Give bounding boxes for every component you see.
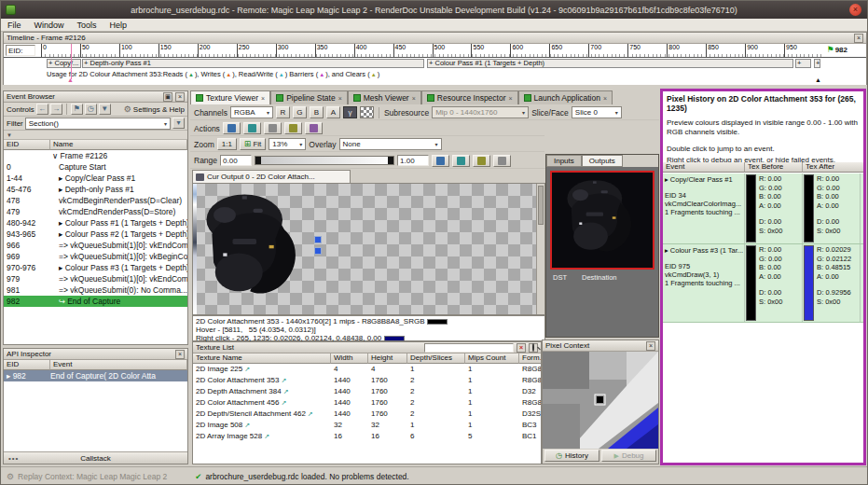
tab-texture-viewer[interactable]: Texture Viewer × <box>190 90 270 104</box>
menu-tools[interactable]: Tools <box>71 19 103 31</box>
range-flip-button[interactable] <box>473 155 490 167</box>
gamma-toggle-button[interactable]: γ <box>343 106 357 118</box>
pass-bar-colour3[interactable]: + <box>814 59 820 68</box>
range-slider[interactable] <box>255 156 394 165</box>
event-row[interactable]: 0Capture Start <box>4 161 187 173</box>
goto-icon[interactable]: ↗ <box>244 366 250 372</box>
clear-filter-button[interactable]: × <box>517 343 526 353</box>
range-reset-button[interactable] <box>493 155 511 167</box>
current-output-tab[interactable]: Cur Output 0 - 2D Color Attach... <box>192 170 351 183</box>
table-row[interactable]: 2D Image 225↗ 4 4 1 1 R8G8 <box>193 364 541 375</box>
timeline-close-button[interactable]: × <box>854 34 863 43</box>
debug-button[interactable]: ▶ Debug <box>601 450 656 462</box>
table-row[interactable]: 2D Array Image 528↗ 16 16 6 5 BC1 <box>193 431 541 442</box>
table-row[interactable]: 2D Depth/Stencil Attachment 462↗ 1440 17… <box>193 409 541 420</box>
menu-help[interactable]: Help <box>103 19 134 31</box>
channels-select[interactable]: RGBA ▾ <box>230 106 273 118</box>
event-row[interactable]: 979=> vkQueueSubmit(1)[0]: vkEndComm... <box>4 273 187 284</box>
tab-launch-application[interactable]: Launch Application × <box>518 90 613 104</box>
event-row-current[interactable]: 982 ↪End of Capture <box>4 296 187 307</box>
tab-close-icon[interactable]: × <box>261 95 265 102</box>
event-row[interactable]: 478vkCmdBeginRenderPass(D=Clear) <box>4 195 187 206</box>
goto-icon[interactable]: ↗ <box>308 410 313 417</box>
channel-a-button[interactable]: A <box>326 106 340 118</box>
zoom-1to1-button[interactable]: 1:1 <box>217 138 237 150</box>
pixel-zoom-view[interactable] <box>543 352 658 449</box>
event-row[interactable]: 981=> vkQueueSubmit(0): No Comma... <box>4 284 187 296</box>
callstack-bar[interactable]: ••• Callstack <box>4 451 187 464</box>
menu-window[interactable]: Window <box>28 19 71 31</box>
timeline-ruler[interactable]: EID: 0 50 100 150 200 250 300 350 400 45… <box>4 44 866 58</box>
jump-back-button[interactable]: ← <box>36 104 48 115</box>
range-zoom-button[interactable] <box>432 155 449 167</box>
event-browser-close-button[interactable]: × <box>175 92 185 102</box>
range-max-field[interactable]: 1.00 <box>397 155 429 166</box>
channel-g-button[interactable]: G <box>293 106 307 118</box>
timing-button[interactable]: ◷ <box>85 104 97 115</box>
destination-thumbnail[interactable] <box>550 171 654 270</box>
table-row[interactable]: 2D Color Attachment 456↗ 1440 1760 2 1 R… <box>193 397 541 409</box>
goto-icon[interactable]: ↗ <box>281 399 286 406</box>
tab-mesh-viewer[interactable]: Mesh Viewer × <box>348 90 421 104</box>
tab-close-icon[interactable]: × <box>603 95 607 102</box>
goto-icon[interactable]: ↗ <box>264 433 269 439</box>
table-row[interactable]: 2D Depth Attachment 384↗ 1440 1760 2 1 D… <box>193 386 541 397</box>
custom-shader-button[interactable] <box>305 122 323 134</box>
overlay-select[interactable]: None ▾ <box>339 138 442 150</box>
zoom-fit-button[interactable]: ⊞ Fit <box>240 138 266 150</box>
event-row[interactable]: 479vkCmdEndRenderPass(D=Store) <box>4 206 187 217</box>
event-row[interactable]: 943-965▸ Colour Pass #2 (1 Targets + Dep… <box>4 229 187 240</box>
event-row[interactable]: 45-476▸ Depth-only Pass #1 <box>4 184 187 195</box>
table-row[interactable]: 2D Image 508↗ 32 32 1 1 BC3 <box>193 420 541 431</box>
channel-r-button[interactable]: R <box>276 106 290 118</box>
goto-icon[interactable]: ↗ <box>283 388 289 395</box>
event-row[interactable]: 966=> vkQueueSubmit(1)[0]: vkEndComm... <box>4 240 187 251</box>
tab-close-icon[interactable]: × <box>412 95 416 102</box>
history-event-row[interactable]: ▸ Colour Pass #3 (1 Tar... EID 975 vkCmd… <box>663 244 863 323</box>
pass-bar-copy[interactable]: + Copy/... <box>47 59 81 68</box>
history-button[interactable]: ◷ History <box>544 450 599 462</box>
texture-canvas[interactable] <box>193 184 536 314</box>
menu-file[interactable]: File <box>1 19 28 31</box>
pixel-context-close-button[interactable]: × <box>646 341 655 351</box>
search-button[interactable] <box>529 343 538 353</box>
pass-bar-depth-only[interactable]: + Depth-only Pass #1 <box>82 59 424 68</box>
event-row[interactable]: 1-44▸ Copy/Clear Pass #1 <box>4 173 187 184</box>
zoom-level-select[interactable]: 13% ▾ <box>269 138 306 150</box>
timeline-ticks[interactable]: 0 50 100 150 200 250 300 350 400 450 500… <box>41 44 823 57</box>
export-button[interactable]: ▼ <box>99 104 111 115</box>
alpha-background-button[interactable] <box>360 106 374 118</box>
bookmark-button[interactable]: ⚑ <box>71 104 83 115</box>
tab-close-icon[interactable]: × <box>338 95 342 102</box>
history-pass[interactable]: ▸ Copy/Clear Pass #1 <box>665 175 742 184</box>
texture-vertical-scrollbar[interactable] <box>536 184 544 314</box>
texture-settings-button[interactable] <box>284 122 302 134</box>
filter-input[interactable]: Section() ▾ <box>25 118 171 130</box>
window-close-button[interactable]: × <box>849 4 861 16</box>
range-min-field[interactable]: 0.00 <box>220 155 252 166</box>
scrollbar-thumb[interactable] <box>538 186 544 225</box>
settings-help[interactable]: ⚙ Settings & Help <box>124 104 185 114</box>
tab-close-icon[interactable]: × <box>509 95 513 102</box>
write-usage-marker[interactable]: ▲ <box>815 76 821 83</box>
texture-filter-input[interactable] <box>424 343 514 353</box>
timeline-pass-bars[interactable]: + Copy/... + Depth-only Pass #1 + Colour… <box>4 58 866 69</box>
tab-inputs[interactable]: Inputs <box>546 155 582 167</box>
jump-forward-button[interactable]: → <box>50 104 62 115</box>
range-min-handle[interactable] <box>255 157 261 164</box>
goto-location-button[interactable] <box>223 122 241 134</box>
filter-expander-row[interactable]: ▼ <box>4 131 187 140</box>
event-row[interactable]: ∨ Frame #2126 <box>4 150 187 161</box>
save-texture-button[interactable] <box>243 122 261 134</box>
table-row[interactable]: 2D Color Attachment 353↗ 1440 1760 2 1 R… <box>193 375 541 386</box>
event-row[interactable]: 969=> vkQueueSubmit(1)[0]: vkBeginCo... <box>4 251 187 262</box>
goto-icon[interactable]: ↗ <box>244 422 250 428</box>
goto-icon[interactable]: ↗ <box>281 377 286 383</box>
event-row[interactable]: 480-942▸ Colour Pass #1 (1 Targets + Dep… <box>4 217 187 229</box>
filter-options-button[interactable]: ▾ <box>172 118 185 129</box>
api-inspector-close-button[interactable]: × <box>175 350 185 359</box>
pass-bar-colour2[interactable]: + <box>795 59 811 68</box>
replay-context[interactable]: Replay Context: Magic Leap Magic Leap 2 <box>18 472 167 481</box>
tab-pipeline-state[interactable]: Pipeline State × <box>270 90 348 104</box>
event-browser-pop-button[interactable]: ▣ <box>163 92 172 102</box>
